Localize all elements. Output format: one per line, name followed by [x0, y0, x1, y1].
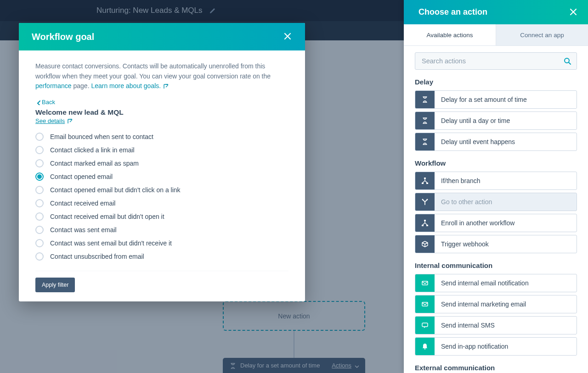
bell-icon — [415, 338, 435, 355]
tab-available-actions[interactable]: Available actions — [404, 24, 496, 45]
radio-circle — [35, 159, 44, 167]
workflow-goal-modal: Workflow goal Measure contact conversion… — [19, 23, 305, 301]
modal-description: Measure contact conversions. Contacts wi… — [35, 61, 288, 91]
search-actions[interactable] — [415, 52, 577, 70]
external-link-icon — [67, 118, 72, 123]
modal-header: Workflow goal — [19, 23, 305, 50]
radio-circle — [35, 146, 44, 154]
learn-more-link[interactable]: Learn more about goals. — [91, 82, 168, 89]
goal-name: Welcome new lead & MQL — [35, 108, 288, 117]
back-link[interactable]: Back — [35, 99, 55, 106]
search-input[interactable] — [421, 57, 564, 65]
sms-icon — [415, 317, 435, 334]
category-internal-communication: Internal communication — [415, 262, 577, 269]
goal-criteria-radios: Email bounced when sent to contactContac… — [35, 133, 288, 261]
hourglass-icon — [415, 91, 435, 108]
action-delay-day-time[interactable]: Delay until a day or time — [415, 111, 577, 130]
chevron-left-icon — [35, 100, 41, 105]
merge-icon — [415, 193, 435, 211]
radio-label: Contact received email — [50, 200, 115, 207]
goal-radio-9[interactable]: Contact unsubscribed from email — [35, 252, 288, 261]
action-internal-email[interactable]: Send internal email notification — [415, 274, 577, 292]
action-trigger-webhook[interactable]: Trigger webhook — [415, 235, 577, 253]
radio-circle — [35, 252, 44, 261]
action-enroll-workflow[interactable]: Enroll in another workflow — [415, 214, 577, 232]
branch-icon — [415, 214, 435, 232]
category-external-communication: External communication — [415, 364, 577, 372]
radio-label: Contact was sent email — [50, 226, 117, 234]
radio-label: Contact opened email — [50, 173, 113, 180]
action-internal-marketing-email[interactable]: Send internal marketing email — [415, 295, 577, 313]
modal-title: Workflow goal — [32, 32, 94, 42]
action-in-app-notification[interactable]: Send in-app notification — [415, 337, 577, 356]
hourglass-icon — [415, 133, 435, 150]
action-delay-event[interactable]: Delay until event happens — [415, 133, 577, 151]
goal-radio-7[interactable]: Contact was sent email — [35, 226, 288, 234]
radio-label: Contact marked email as spam — [50, 160, 139, 167]
category-workflow: Workflow — [415, 159, 577, 167]
tab-connect-app[interactable]: Connect an app — [496, 24, 588, 45]
action-panel: Choose an action Available actions Conne… — [404, 0, 588, 373]
goal-radio-1[interactable]: Contact clicked a link in email — [35, 146, 288, 154]
radio-label: Contact was sent email but didn't receiv… — [50, 239, 172, 247]
panel-header: Choose an action — [404, 0, 588, 24]
goal-radio-4[interactable]: Contact opened email but didn't click on… — [35, 186, 288, 194]
radio-circle — [35, 199, 44, 207]
hourglass-icon — [415, 112, 435, 129]
action-if-then-branch[interactable]: If/then branch — [415, 172, 577, 190]
search-icon — [564, 57, 571, 65]
goal-radio-6[interactable]: Contact received email but didn't open i… — [35, 212, 288, 221]
action-go-to-other[interactable]: Go to other action — [415, 193, 577, 211]
apply-filter-button[interactable]: Apply filter — [35, 278, 75, 292]
radio-label: Contact unsubscribed from email — [50, 253, 144, 260]
branch-icon — [415, 172, 435, 189]
radio-circle — [35, 173, 44, 181]
mail-icon — [415, 274, 435, 292]
mail-icon — [415, 295, 435, 313]
cube-icon — [415, 235, 435, 253]
radio-label: Contact clicked a link in email — [50, 146, 135, 154]
modal-close-button[interactable] — [284, 33, 292, 41]
category-delay: Delay — [415, 78, 577, 86]
action-delay-set-amount[interactable]: Delay for a set amount of time — [415, 90, 577, 109]
radio-circle — [35, 226, 44, 234]
radio-circle — [35, 212, 44, 221]
radio-circle — [35, 186, 44, 194]
performance-link[interactable]: performance — [35, 82, 72, 89]
action-internal-sms[interactable]: Send internal SMS — [415, 316, 577, 334]
radio-label: Contact received email but didn't open i… — [50, 213, 164, 220]
goal-radio-3[interactable]: Contact opened email — [35, 173, 288, 181]
panel-close-button[interactable] — [570, 8, 578, 17]
goal-radio-2[interactable]: Contact marked email as spam — [35, 159, 288, 167]
radio-circle — [35, 133, 44, 141]
radio-circle — [35, 239, 44, 247]
radio-label: Contact opened email but didn't click on… — [50, 186, 181, 194]
goal-radio-0[interactable]: Email bounced when sent to contact — [35, 133, 288, 141]
goal-radio-8[interactable]: Contact was sent email but didn't receiv… — [35, 239, 288, 247]
radio-label: Email bounced when sent to contact — [50, 133, 153, 140]
panel-title: Choose an action — [418, 7, 487, 17]
goal-radio-5[interactable]: Contact received email — [35, 199, 288, 207]
see-details-link[interactable]: See details — [35, 117, 72, 124]
panel-tabs: Available actions Connect an app — [404, 24, 588, 46]
